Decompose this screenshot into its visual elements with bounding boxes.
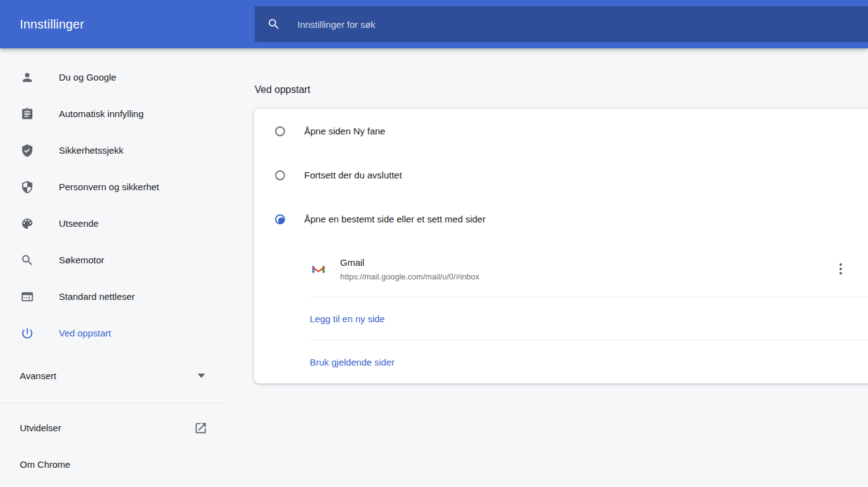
radio-button-icon[interactable] xyxy=(275,126,285,136)
about-chrome-label: Om Chrome xyxy=(20,459,71,470)
settings-search-box[interactable] xyxy=(255,6,868,42)
sidebar-item-label: Personvern og sikkerhet xyxy=(59,182,159,192)
sidebar-item-safety-check[interactable]: Sikkerhetssjekk xyxy=(0,132,224,169)
startup-page-name: Gmail xyxy=(340,257,480,268)
radio-option-continue[interactable]: Fortsett der du avsluttet xyxy=(254,153,868,197)
radio-option-open-specific[interactable]: Åpne en bestemt side eller et sett med s… xyxy=(254,197,868,241)
sidebar-divider xyxy=(0,403,224,403)
sidebar-item-advanced[interactable]: Avansert xyxy=(0,358,224,394)
chevron-down-icon xyxy=(198,374,205,378)
sidebar-item-label: Du og Google xyxy=(59,72,116,82)
advanced-label: Avansert xyxy=(20,371,56,381)
palette-icon xyxy=(20,217,34,230)
sidebar-item-label: Ved oppstart xyxy=(59,328,111,338)
sidebar-item-privacy[interactable]: Personvern og sikkerhet xyxy=(0,169,224,205)
section-title: Ved oppstart xyxy=(255,84,868,95)
sidebar-item-label: Søkemotor xyxy=(59,255,104,265)
sidebar-item-label: Automatisk innfylling xyxy=(59,108,144,119)
settings-sidebar: Du og Google Automatisk innfylling Sikke… xyxy=(0,48,224,487)
radio-label: Åpne siden Ny fane xyxy=(304,126,385,136)
privacy-shield-icon xyxy=(20,180,34,194)
sidebar-item-search-engine[interactable]: Søkemotor xyxy=(0,242,224,278)
browser-icon xyxy=(20,290,34,304)
person-icon xyxy=(20,71,34,84)
on-startup-card: Åpne siden Ny fane Fortsett der du avslu… xyxy=(254,109,868,384)
settings-main: Ved oppstart Åpne siden Ny fane Fortsett… xyxy=(224,48,868,487)
add-new-page-label: Legg til en ny side xyxy=(310,314,385,324)
search-icon xyxy=(267,17,281,31)
startup-page-row: Gmail https://mail.google.com/mail/u/0/#… xyxy=(254,241,868,297)
open-in-new-icon xyxy=(194,421,208,435)
settings-header: Innstillinger xyxy=(0,0,868,48)
sidebar-item-default-browser[interactable]: Standard nettleser xyxy=(0,278,224,315)
search-icon xyxy=(20,253,34,267)
sidebar-item-on-startup[interactable]: Ved oppstart xyxy=(0,315,224,351)
radio-label: Fortsett der du avsluttet xyxy=(304,170,402,180)
power-icon xyxy=(20,327,34,340)
radio-button-icon[interactable] xyxy=(275,214,285,224)
gmail-icon xyxy=(312,263,325,274)
radio-option-new-tab[interactable]: Åpne siden Ny fane xyxy=(254,109,868,153)
radio-button-icon[interactable] xyxy=(275,170,285,180)
more-options-button[interactable] xyxy=(833,261,848,276)
sidebar-item-appearance[interactable]: Utseende xyxy=(0,205,224,242)
sidebar-item-about-chrome[interactable]: Om Chrome xyxy=(0,446,224,483)
safety-check-icon xyxy=(20,144,34,157)
page-title: Innstillinger xyxy=(20,17,84,32)
sidebar-item-extensions[interactable]: Utvidelser xyxy=(0,410,224,446)
sidebar-item-autofill[interactable]: Automatisk innfylling xyxy=(0,95,224,132)
radio-label: Åpne en bestemt side eller et sett med s… xyxy=(304,214,486,224)
sidebar-item-you-and-google[interactable]: Du og Google xyxy=(0,59,224,95)
sidebar-item-label: Utseende xyxy=(59,218,99,229)
use-current-pages-button[interactable]: Bruk gjeldende sider xyxy=(254,340,868,384)
autofill-icon xyxy=(20,107,34,121)
sidebar-item-label: Standard nettleser xyxy=(59,291,135,302)
add-new-page-button[interactable]: Legg til en ny side xyxy=(254,297,868,340)
extensions-label: Utvidelser xyxy=(20,423,61,433)
sidebar-item-label: Sikkerhetssjekk xyxy=(59,145,123,156)
search-input[interactable] xyxy=(297,19,669,30)
use-current-pages-label: Bruk gjeldende sider xyxy=(310,357,395,367)
startup-page-url: https://mail.google.com/mail/u/0/#inbox xyxy=(340,272,480,281)
